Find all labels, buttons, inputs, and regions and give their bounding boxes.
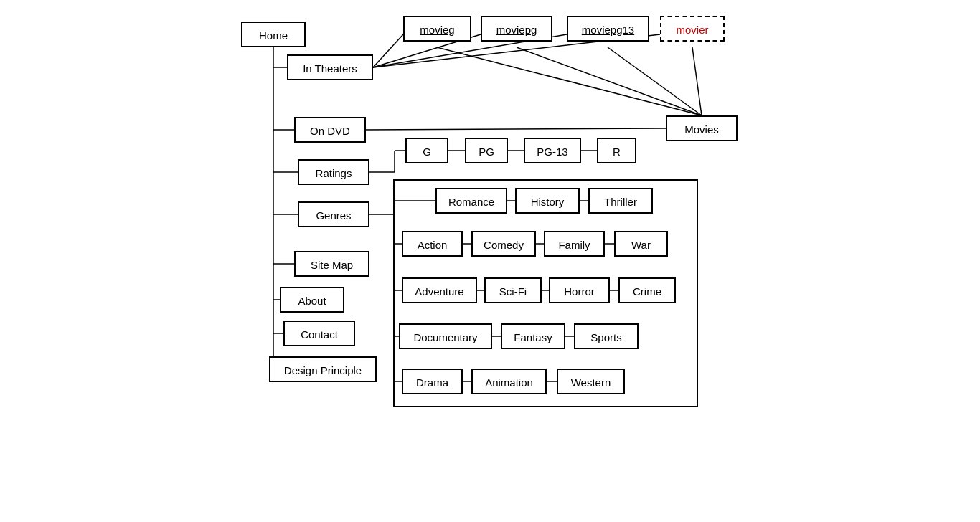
connector-lines	[0, 0, 980, 522]
about-node[interactable]: About	[280, 287, 344, 313]
comedy-node[interactable]: Comedy	[471, 231, 536, 257]
action-node[interactable]: Action	[402, 231, 463, 257]
on-dvd-node[interactable]: On DVD	[294, 117, 366, 143]
in-theaters-node[interactable]: In Theaters	[287, 54, 373, 80]
documentary-node[interactable]: Documentary	[399, 323, 492, 349]
svg-line-12	[692, 47, 702, 115]
pg-node[interactable]: PG	[465, 138, 508, 163]
scifi-node[interactable]: Sci-Fi	[484, 277, 542, 303]
history-node[interactable]: History	[515, 188, 580, 214]
movies-node[interactable]: Movies	[666, 115, 738, 141]
family-node[interactable]: Family	[544, 231, 605, 257]
moviepg13-node[interactable]: moviepg13	[567, 16, 649, 42]
western-node[interactable]: Western	[557, 369, 625, 394]
moviepg-node[interactable]: moviepg	[481, 16, 552, 42]
svg-line-13	[373, 34, 403, 67]
pg13-node[interactable]: PG-13	[524, 138, 581, 163]
svg-line-10	[517, 47, 702, 115]
crime-node[interactable]: Crime	[618, 277, 676, 303]
svg-line-9	[437, 47, 702, 115]
horror-node[interactable]: Horror	[549, 277, 610, 303]
site-map-node[interactable]: Site Map	[294, 251, 369, 277]
contact-node[interactable]: Contact	[283, 321, 355, 346]
movieg-node[interactable]: movieg	[403, 16, 471, 42]
g-node[interactable]: G	[405, 138, 448, 163]
site-map-diagram: Home In Theaters On DVD Ratings Genres S…	[0, 0, 980, 522]
fantasy-node[interactable]: Fantasy	[501, 323, 565, 349]
svg-line-17	[366, 128, 666, 130]
war-node[interactable]: War	[614, 231, 668, 257]
ratings-node[interactable]: Ratings	[298, 159, 369, 185]
sports-node[interactable]: Sports	[574, 323, 639, 349]
design-principle-node[interactable]: Design Principle	[269, 356, 377, 382]
adventure-node[interactable]: Adventure	[402, 277, 477, 303]
thriller-node[interactable]: Thriller	[588, 188, 653, 214]
r-node[interactable]: R	[597, 138, 636, 163]
svg-line-11	[608, 47, 702, 115]
drama-node[interactable]: Drama	[402, 369, 463, 394]
home-node[interactable]: Home	[241, 22, 306, 47]
movier-node[interactable]: movier	[660, 16, 725, 42]
animation-node[interactable]: Animation	[471, 369, 547, 394]
genres-node[interactable]: Genres	[298, 201, 369, 227]
romance-node[interactable]: Romance	[435, 188, 507, 214]
